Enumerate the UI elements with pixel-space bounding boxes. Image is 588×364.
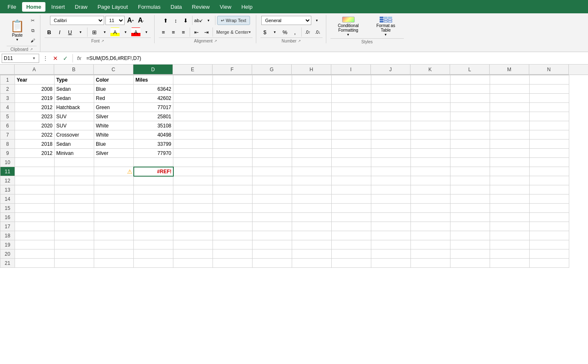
cell-f7[interactable] [213, 130, 253, 140]
row-header-5[interactable]: 5 [0, 112, 15, 121]
row-header-8[interactable]: 8 [0, 140, 15, 149]
format-painter-button[interactable]: 🖌 [29, 36, 37, 45]
cell-n7[interactable] [530, 130, 569, 140]
cell-reference-input[interactable] [4, 55, 33, 61]
row-header-10[interactable]: 10 [0, 158, 15, 167]
cell-h11[interactable] [292, 167, 332, 176]
number-format-dropdown[interactable]: ▾ [312, 16, 321, 25]
cell-a10[interactable] [15, 158, 55, 167]
cell-a11[interactable] [15, 167, 55, 176]
cell-c9[interactable]: Silver [94, 149, 134, 158]
cell-c7[interactable]: White [94, 130, 134, 140]
cell-a5[interactable]: 2023 [15, 112, 55, 121]
cell-m5[interactable] [490, 112, 530, 121]
align-left-button[interactable]: ≡ [159, 27, 168, 37]
cell-n4[interactable] [530, 103, 569, 112]
row-header-4[interactable]: 4 [0, 103, 15, 112]
cell-e7[interactable] [173, 130, 213, 140]
cell-b11[interactable] [55, 167, 94, 176]
borders-dropdown[interactable]: ▾ [100, 27, 109, 37]
cell-j6[interactable] [371, 121, 411, 130]
menu-review[interactable]: Review [188, 2, 214, 12]
cell-c8[interactable]: Blue [94, 140, 134, 149]
cell-b5[interactable]: SUV [55, 112, 94, 121]
col-header-e[interactable]: E [173, 65, 213, 75]
cell-i7[interactable] [332, 130, 371, 140]
cell-e2[interactable] [173, 85, 213, 94]
paste-button[interactable]: 📋 Paste ▾ [7, 16, 28, 45]
row-header-6[interactable]: 6 [0, 121, 15, 130]
row-header-11[interactable]: 11 [0, 167, 15, 176]
bold-button[interactable]: B [45, 27, 54, 37]
cell-i1[interactable] [332, 75, 371, 85]
cell-n9[interactable] [530, 149, 569, 158]
corner-cell[interactable] [0, 65, 15, 75]
menu-page-layout[interactable]: Page Layout [93, 2, 132, 12]
row-header-17[interactable]: 17 [0, 222, 15, 231]
cell-e10[interactable] [173, 158, 213, 167]
cell-h8[interactable] [292, 140, 332, 149]
align-center-button[interactable]: ≡ [169, 27, 178, 37]
col-header-k[interactable]: K [410, 65, 450, 75]
percent-button[interactable]: % [280, 27, 290, 37]
italic-button[interactable]: I [55, 27, 64, 37]
cell-f8[interactable] [213, 140, 253, 149]
comma-button[interactable]: , [290, 27, 300, 37]
cell-j4[interactable] [371, 103, 411, 112]
cell-l5[interactable] [450, 112, 490, 121]
cell-h2[interactable] [292, 85, 332, 94]
cell-h10[interactable] [292, 158, 332, 167]
font-expand-icon[interactable]: ↗ [101, 39, 104, 43]
cell-e9[interactable] [173, 149, 213, 158]
underline-button[interactable]: U [65, 27, 75, 37]
row-header-3[interactable]: 3 [0, 94, 15, 103]
grid-container[interactable]: 1 Year Type Color Miles [0, 75, 588, 268]
decimal-increase-button[interactable]: .0↑ [303, 27, 313, 37]
cell-i3[interactable] [332, 94, 371, 103]
cell-e8[interactable] [173, 140, 213, 149]
cell-l4[interactable] [450, 103, 490, 112]
cell-k9[interactable] [411, 149, 450, 158]
cell-c4[interactable]: Green [94, 103, 134, 112]
row-header-7[interactable]: 7 [0, 130, 15, 140]
cell-d10[interactable] [134, 158, 173, 167]
cell-k7[interactable] [411, 130, 450, 140]
cell-c5[interactable]: Silver [94, 112, 134, 121]
formula-input[interactable] [85, 54, 586, 63]
row-header-18[interactable]: 18 [0, 231, 15, 240]
cell-f5[interactable] [213, 112, 253, 121]
cell-l10[interactable] [450, 158, 490, 167]
cell-c6[interactable]: White [94, 121, 134, 130]
warning-icon[interactable]: ⚠ [127, 168, 133, 175]
font-color-dropdown[interactable]: ▾ [142, 27, 151, 37]
align-bottom-button[interactable]: ⬇ [181, 16, 190, 25]
cell-b9[interactable]: Minivan [55, 149, 94, 158]
cell-k2[interactable] [411, 85, 450, 94]
cell-b6[interactable]: SUV [55, 121, 94, 130]
cell-l2[interactable] [450, 85, 490, 94]
cell-j2[interactable] [371, 85, 411, 94]
row-header-13[interactable]: 13 [0, 185, 15, 194]
cell-e5[interactable] [173, 112, 213, 121]
row-header-1[interactable]: 1 [0, 75, 15, 85]
row-header-19[interactable]: 19 [0, 240, 15, 249]
merge-dropdown-arrow[interactable]: ▾ [249, 30, 251, 34]
cell-h3[interactable] [292, 94, 332, 103]
cell-i2[interactable] [332, 85, 371, 94]
cell-k11[interactable] [411, 167, 450, 176]
cell-g1[interactable] [253, 75, 292, 85]
cell-k3[interactable] [411, 94, 450, 103]
cell-e6[interactable] [173, 121, 213, 130]
cell-m8[interactable] [490, 140, 530, 149]
cell-m4[interactable] [490, 103, 530, 112]
cell-g9[interactable] [253, 149, 292, 158]
font-size-select[interactable]: 11 [105, 16, 125, 25]
cell-g5[interactable] [253, 112, 292, 121]
cell-b3[interactable]: Sedan [55, 94, 94, 103]
menu-help[interactable]: Help [237, 2, 257, 12]
cell-n5[interactable] [530, 112, 569, 121]
col-header-g[interactable]: G [252, 65, 292, 75]
cell-e3[interactable] [173, 94, 213, 103]
col-header-c[interactable]: C [94, 65, 133, 75]
number-format-select[interactable]: General [261, 16, 311, 25]
